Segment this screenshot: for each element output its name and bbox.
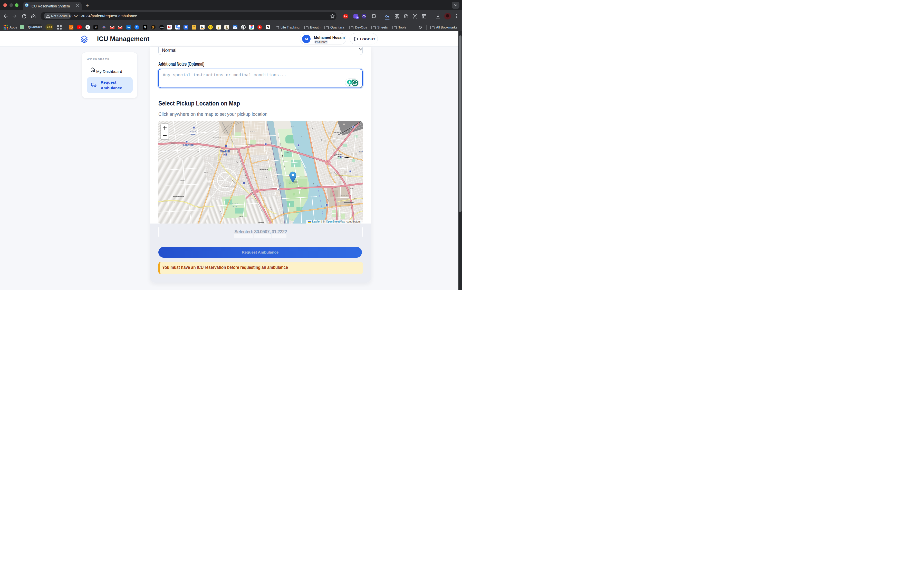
- svg-text:OpenStreetMap: OpenStreetMap: [326, 220, 345, 223]
- svg-text:contributors: contributors: [346, 220, 361, 223]
- svg-text:Bashteel: Bashteel: [183, 143, 194, 146]
- svg-text:2: 2: [278, 188, 279, 191]
- svg-text:Leaflet: Leaflet: [312, 220, 320, 223]
- svg-text:G: G: [178, 27, 180, 30]
- svg-text:Wadi El: Wadi El: [220, 150, 230, 153]
- svg-text:Nil: Nil: [223, 153, 227, 156]
- svg-text:| ©: | ©: [321, 220, 325, 223]
